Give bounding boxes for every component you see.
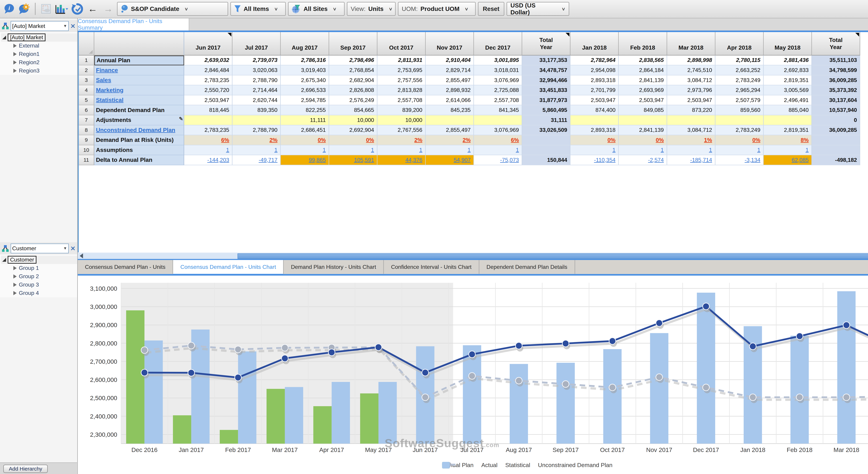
grid-cell[interactable]: 2,855,497: [426, 75, 474, 86]
grid-cell[interactable]: 0%: [619, 135, 667, 145]
grid-cell[interactable]: 32,994,466: [522, 75, 570, 86]
grid-cell[interactable]: 2,576,249: [329, 95, 377, 105]
grid-cell[interactable]: 839,200: [377, 105, 426, 115]
tree-item[interactable]: Region3: [1, 67, 77, 75]
grid-cell[interactable]: [232, 115, 281, 125]
forward-arrow-icon[interactable]: →: [101, 2, 115, 15]
grid-cell[interactable]: 2,557,708: [377, 95, 426, 105]
form-icon[interactable]: [39, 2, 53, 15]
grid-cell[interactable]: 839,350: [232, 105, 281, 115]
grid-cell[interactable]: 822,255: [281, 105, 329, 115]
grid-cell[interactable]: 1: [474, 145, 522, 156]
uom-dropdown[interactable]: UOM: Product UOM∨: [398, 2, 476, 16]
grid-cell[interactable]: 2,783,249: [715, 125, 764, 135]
grid-cell[interactable]: 2,753,695: [377, 65, 426, 75]
column-header[interactable]: May 2018: [764, 32, 812, 55]
column-header[interactable]: Jul 2017: [232, 32, 281, 55]
grid-cell[interactable]: 31,877,973: [522, 95, 570, 105]
grid-cell[interactable]: 2,910,404: [426, 56, 474, 66]
grid-cell[interactable]: 3,019,403: [281, 65, 329, 75]
grid-cell[interactable]: 2,696,533: [281, 85, 329, 95]
grid-cell[interactable]: 2,745,510: [667, 65, 715, 75]
row-number[interactable]: 8: [79, 125, 94, 135]
column-header[interactable]: Oct 2017: [377, 32, 426, 55]
row-label-finance[interactable]: Finance: [94, 65, 184, 75]
row-number[interactable]: 11: [79, 155, 94, 165]
grid-cell[interactable]: 2,614,066: [426, 95, 474, 105]
grid-cell[interactable]: 2,639,032: [184, 56, 232, 66]
row-number[interactable]: 10: [79, 145, 94, 156]
grid-cell[interactable]: 874,400: [570, 105, 619, 115]
grid-cell[interactable]: 2,663,252: [715, 65, 764, 75]
grid-cell[interactable]: 2,841,139: [619, 125, 667, 135]
tab-consensus-demand-plan-units-chart[interactable]: Consensus Demand Plan - Units Chart: [173, 260, 284, 274]
tab-confidence-interval-units-chart[interactable]: Confidence Interval - Units Chart: [384, 260, 479, 274]
grid-cell[interactable]: [812, 145, 860, 156]
grid-cell[interactable]: 0%: [570, 135, 619, 145]
collapsed-icon[interactable]: [13, 44, 17, 48]
bar-chart-icon[interactable]: [55, 2, 68, 15]
grid-cell[interactable]: [426, 115, 474, 125]
grid-cell[interactable]: 2,826,808: [329, 85, 377, 95]
collapsed-icon[interactable]: [13, 266, 17, 270]
grid-cell[interactable]: 873,220: [667, 105, 715, 115]
grid-cell[interactable]: 2,798,496: [329, 56, 377, 66]
grid-cell[interactable]: 10,537,940: [812, 105, 860, 115]
grid-cell[interactable]: [570, 115, 619, 125]
grid-cell[interactable]: 2,893,318: [570, 125, 619, 135]
add-hierarchy-button[interactable]: Add Hierarchy: [3, 465, 48, 473]
sites-filter-dropdown[interactable]: All Sites∨: [288, 2, 345, 16]
grid-cell[interactable]: 2,829,714: [426, 65, 474, 75]
grid-cell[interactable]: 2,786,316: [281, 56, 329, 66]
grid-cell[interactable]: 2,819,351: [764, 125, 812, 135]
grid-cell[interactable]: [619, 115, 667, 125]
info-bubble-icon[interactable]: i: [2, 2, 16, 15]
grid-cell[interactable]: 2%: [232, 135, 281, 145]
row-number[interactable]: 5: [79, 95, 94, 105]
grid-cell[interactable]: 849,085: [619, 105, 667, 115]
row-label-sales[interactable]: Sales: [94, 75, 184, 86]
grid-cell[interactable]: 1: [426, 145, 474, 156]
row-label-marketing[interactable]: Marketing: [94, 85, 184, 95]
close-icon[interactable]: ✕: [70, 23, 75, 30]
column-header[interactable]: Aug 2017: [281, 32, 329, 55]
grid-cell[interactable]: 2%: [377, 135, 426, 145]
grid-cell[interactable]: 841,345: [474, 105, 522, 115]
grid-cell[interactable]: 2,675,340: [281, 75, 329, 86]
grid-cell[interactable]: 2,496,491: [764, 95, 812, 105]
tab-consensus-demand-plan-units-summary[interactable]: Consensus Demand Plan - Units Summary: [78, 19, 189, 31]
grid-cell[interactable]: 2,788,790: [232, 125, 281, 135]
grid-cell[interactable]: 0%: [281, 135, 329, 145]
tree-item[interactable]: External: [1, 42, 77, 50]
grid-cell[interactable]: -75,073: [474, 155, 522, 165]
grid-cell[interactable]: 2,682,904: [329, 75, 377, 86]
grid-cell[interactable]: 3,076,969: [474, 125, 522, 135]
grid-cell[interactable]: 2,838,565: [619, 56, 667, 66]
collapsed-icon[interactable]: [13, 60, 17, 65]
tab-demand-plan-history-units-chart[interactable]: Demand Plan History - Units Chart: [284, 260, 384, 274]
grid-cell[interactable]: [474, 115, 522, 125]
grid-cell[interactable]: 44,376: [377, 155, 426, 165]
grid-cell[interactable]: 2,954,098: [570, 65, 619, 75]
scenario-dropdown[interactable]: S&OP Candidate∨: [117, 2, 228, 16]
grid-cell[interactable]: 33,451,833: [522, 85, 570, 95]
grid-cell[interactable]: 3,020,063: [232, 65, 281, 75]
grid-cell[interactable]: 2,783,249: [715, 75, 764, 86]
collapsed-icon[interactable]: [13, 283, 17, 287]
grid-cell[interactable]: 2,780,115: [715, 56, 764, 66]
grid-cell[interactable]: 1: [764, 145, 812, 156]
expanded-icon[interactable]: [2, 36, 6, 39]
chevron-down-icon[interactable]: ▼: [63, 24, 67, 28]
reset-button[interactable]: Reset: [478, 2, 504, 16]
grid-cell[interactable]: 33,177,353: [522, 56, 570, 66]
grid-cell[interactable]: [812, 135, 860, 145]
grid-cell[interactable]: 2%: [426, 135, 474, 145]
grid-cell[interactable]: 2,965,294: [715, 85, 764, 95]
grid-cell[interactable]: 1: [667, 145, 715, 156]
grid-cell[interactable]: 31,111: [522, 115, 570, 125]
column-header[interactable]: TotalYear: [522, 32, 570, 55]
grid-cell[interactable]: 854,665: [329, 105, 377, 115]
grid-cell[interactable]: -110,354: [570, 155, 619, 165]
hierarchy-selector[interactable]: [Auto] Market▼: [10, 21, 69, 31]
tree-item[interactable]: Region1: [1, 50, 77, 58]
